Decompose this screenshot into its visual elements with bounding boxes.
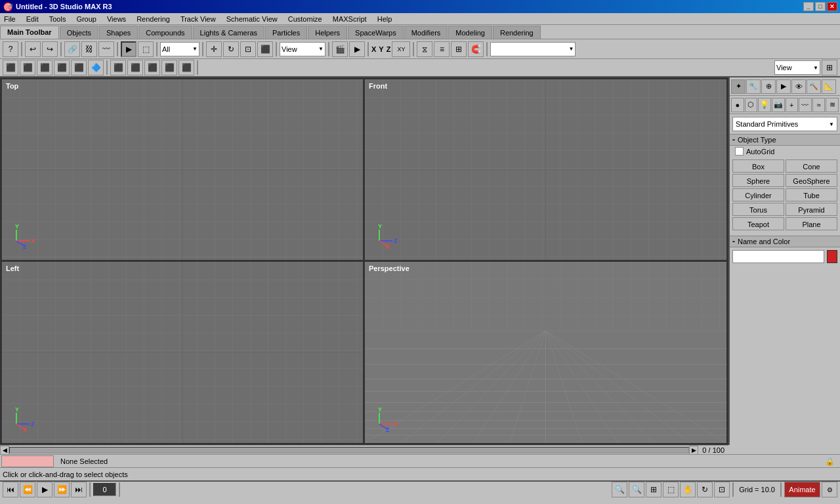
title-bar-controls[interactable]: _ □ ✕ <box>803 2 837 11</box>
tab-spacewarps[interactable]: SpaceWarps <box>348 26 404 39</box>
help-button[interactable]: ? <box>3 41 18 57</box>
render-scene-btn2[interactable]: ⬛ <box>3 60 18 75</box>
rp-extra1-tab[interactable]: 📐 <box>822 79 836 94</box>
tab-modeling[interactable]: Modeling <box>448 26 492 39</box>
redo-button[interactable]: ↪ <box>42 41 58 57</box>
tab-helpers[interactable]: Helpers <box>308 26 347 39</box>
max-viewport-button[interactable]: ⊡ <box>714 482 730 497</box>
box-button[interactable]: Box <box>732 159 784 173</box>
select-all-button[interactable]: ⬛ <box>257 41 273 57</box>
rp-modify-tab[interactable]: 🔧 <box>746 79 761 94</box>
select-filter-dropdown[interactable]: All ▼ <box>160 42 200 56</box>
menu-trackview[interactable]: Track View <box>179 14 217 24</box>
geosphere-button[interactable]: GeoSphere <box>786 174 837 187</box>
tab-modifiers[interactable]: Modifiers <box>404 26 448 39</box>
minimize-button[interactable]: _ <box>803 2 814 11</box>
rp-create-tab[interactable]: ✦ <box>731 79 746 94</box>
tab-rendering[interactable]: Rendering <box>493 26 541 39</box>
tab-compounds[interactable]: Compounds <box>138 26 192 39</box>
rp-extra3-btn[interactable]: ≋ <box>826 98 839 112</box>
render-scene-button[interactable]: 🎬 <box>332 41 348 57</box>
stop-button[interactable]: ⏩ <box>54 482 70 497</box>
xy-button[interactable]: XY <box>392 41 410 57</box>
menu-help[interactable]: Help <box>376 14 394 24</box>
object-type-collapse-btn[interactable]: - <box>732 135 735 144</box>
select-link-button[interactable]: 🔗 <box>64 41 80 57</box>
menu-views[interactable]: Views <box>106 14 127 24</box>
view2-btn4[interactable]: ⬛ <box>161 60 177 75</box>
viewport-left[interactable]: Left Y Z X <box>1 261 364 444</box>
zoom-region-button[interactable]: ⬚ <box>663 482 679 497</box>
cylinder-button[interactable]: Cylinder <box>732 188 784 201</box>
rp-helper-btn[interactable]: + <box>786 98 799 112</box>
material-editor-btn[interactable]: 🔷 <box>88 60 104 75</box>
viewport-dropdown[interactable]: View ▼ <box>774 60 820 75</box>
go-to-start-button[interactable]: ⏮ <box>3 482 18 497</box>
env-effects-btn[interactable]: ⬛ <box>37 60 52 75</box>
pyramid-button[interactable]: Pyramid <box>786 203 837 216</box>
cone-button[interactable]: Cone <box>786 159 837 173</box>
mirror-button[interactable]: ⧖ <box>417 41 432 57</box>
rp-motion-tab[interactable]: ▶ <box>776 79 791 94</box>
media-clip-btn[interactable]: ⬛ <box>71 60 87 75</box>
go-to-end-button[interactable]: ⏭ <box>71 482 87 497</box>
menu-file[interactable]: File <box>3 14 17 24</box>
rp-utilities-tab[interactable]: 🔨 <box>807 79 821 94</box>
animate-button[interactable]: Animate <box>784 482 820 497</box>
menu-customize[interactable]: Customize <box>287 14 324 24</box>
rp-warp-btn[interactable]: 〰 <box>799 98 812 112</box>
play-button[interactable]: ▶ <box>37 482 52 497</box>
frame-input[interactable] <box>93 483 116 496</box>
rp-hierarchy-tab[interactable]: ⊕ <box>761 79 776 94</box>
scroll-track[interactable] <box>9 447 689 453</box>
tab-particles[interactable]: Particles <box>265 26 307 39</box>
scroll-right-button[interactable]: ▶ <box>689 446 698 455</box>
menu-maxscript[interactable]: MAXScript <box>331 14 368 24</box>
rotate-button[interactable]: ↻ <box>223 41 239 57</box>
view-dropdown[interactable]: View ▼ <box>280 42 326 56</box>
tab-objects[interactable]: Objects <box>60 26 98 39</box>
align-button[interactable]: ≡ <box>434 41 450 57</box>
key-filters-button[interactable]: ⚙ <box>822 482 837 497</box>
view2-btn1[interactable]: ⬛ <box>110 60 126 75</box>
menu-tools[interactable]: Tools <box>48 14 68 24</box>
rp-cam-btn[interactable]: 📷 <box>772 98 785 112</box>
tab-main-toolbar[interactable]: Main Toolbar <box>0 26 59 39</box>
torus-button[interactable]: Torus <box>732 203 784 216</box>
scroll-left-button[interactable]: ◀ <box>0 446 9 455</box>
render-button[interactable]: ▶ <box>349 41 365 57</box>
pan-button[interactable]: ✋ <box>680 482 696 497</box>
unlink-button[interactable]: ⛓ <box>81 41 97 57</box>
autogrid-checkbox[interactable] <box>735 147 744 156</box>
zoom-out-button[interactable]: 🔍 <box>629 482 644 497</box>
maximize-viewport-btn[interactable]: ⊞ <box>822 60 837 75</box>
array-button[interactable]: ⊞ <box>451 41 467 57</box>
menu-edit[interactable]: Edit <box>25 14 40 24</box>
close-button[interactable]: ✕ <box>827 2 837 11</box>
zoom-extents-button[interactable]: ⊞ <box>646 482 662 497</box>
tube-button[interactable]: Tube <box>786 188 837 201</box>
view2-btn3[interactable]: ⬛ <box>144 60 160 75</box>
viewport-perspective[interactable]: Perspective <box>364 261 727 444</box>
view2-btn5[interactable]: ⬛ <box>178 60 194 75</box>
rp-shape-btn[interactable]: ⬡ <box>745 98 758 112</box>
bind-spacewarp-button[interactable]: 〰 <box>98 41 114 57</box>
zoom-in-button[interactable]: 🔍 <box>612 482 627 497</box>
undo-button[interactable]: ↩ <box>25 41 41 57</box>
color-swatch[interactable] <box>827 250 837 263</box>
name-input-field[interactable] <box>732 250 824 263</box>
viewport-top[interactable]: Top Y X Z <box>1 79 364 261</box>
view2-btn2[interactable]: ⬛ <box>127 60 143 75</box>
snap-button[interactable]: 🧲 <box>468 41 484 57</box>
menu-rendering[interactable]: Rendering <box>135 14 171 24</box>
maximize-button[interactable]: □ <box>815 2 826 11</box>
plane-button[interactable]: Plane <box>786 217 837 230</box>
tab-lights-cameras[interactable]: Lights & Cameras <box>193 26 264 39</box>
select-region-button[interactable]: ⬚ <box>138 41 154 57</box>
prev-frame-button[interactable]: ⏪ <box>20 482 35 497</box>
arc-rotate-button[interactable]: ↻ <box>697 482 713 497</box>
rp-display-tab[interactable]: 👁 <box>791 79 806 94</box>
rp-geo-btn[interactable]: ● <box>731 98 744 112</box>
select-move-button[interactable]: ✛ <box>206 41 222 57</box>
render-effects-btn[interactable]: ⬛ <box>54 60 70 75</box>
